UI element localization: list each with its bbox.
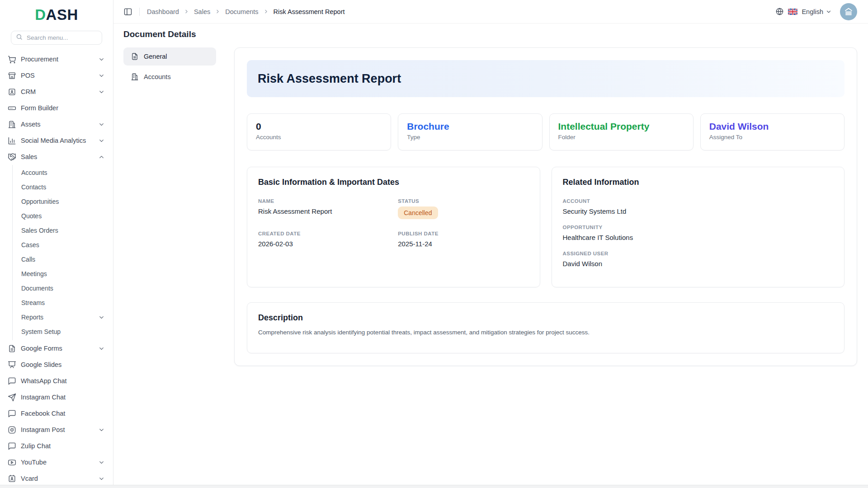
document-title: Risk Assessment Report <box>258 72 401 86</box>
field-value: 2026-02-03 <box>258 240 389 248</box>
sidebar-subitem-meetings[interactable]: Meetings <box>13 267 113 281</box>
sidebar-item-social-media-analytics[interactable]: Social Media Analytics <box>0 132 113 149</box>
avatar[interactable] <box>840 3 857 20</box>
send-icon <box>8 393 16 402</box>
document-title-banner: Risk Assessment Report <box>247 60 844 97</box>
field-value: Security Systems Ltd <box>563 207 834 215</box>
basic-info-panel: Basic Information & Important Dates NAME… <box>247 167 540 287</box>
stat-card-folder[interactable]: Intellectual PropertyFolder <box>549 113 693 150</box>
sidebar-subitem-system-setup[interactable]: System Setup <box>13 324 113 339</box>
sidebar-search <box>11 31 102 45</box>
stat-value: Intellectual Property <box>558 121 684 132</box>
description-title: Description <box>258 313 833 323</box>
sidebar-toggle-button[interactable] <box>123 7 132 16</box>
sidebar-item-pos[interactable]: POS <box>0 67 113 84</box>
field-value: Healthcare IT Solutions <box>563 234 834 241</box>
main-column: DashboardSalesDocumentsRisk Assessment R… <box>113 0 868 485</box>
bar-chart-icon <box>8 136 16 145</box>
message-square-icon <box>8 377 16 385</box>
stat-card-accounts[interactable]: 0Accounts <box>247 113 391 150</box>
breadcrumb-item-dashboard[interactable]: Dashboard <box>147 8 179 15</box>
language-selector[interactable]: English <box>802 8 832 15</box>
breadcrumb: DashboardSalesDocumentsRisk Assessment R… <box>147 8 775 15</box>
field-created-date: CREATED DATE2026-02-03 <box>258 231 389 248</box>
instagram-icon <box>8 426 16 434</box>
stat-label: Assigned To <box>709 134 835 141</box>
breadcrumb-item-risk-assessment-report: Risk Assessment Report <box>274 8 345 15</box>
sidebar-item-sales[interactable]: Sales <box>0 149 113 165</box>
topbar: DashboardSalesDocumentsRisk Assessment R… <box>113 0 868 23</box>
chevron-right-icon <box>184 9 189 14</box>
building-icon <box>131 73 139 81</box>
sidebar-subitem-quotes[interactable]: Quotes <box>13 209 113 223</box>
shopping-cart-icon <box>8 55 16 64</box>
sidebar-subitem-opportunities[interactable]: Opportunities <box>13 194 113 209</box>
file-text-icon <box>8 344 16 353</box>
message-square-icon <box>8 409 16 418</box>
chevron-down-icon <box>98 345 105 352</box>
youtube-icon <box>8 458 16 467</box>
sidebar-subitem-contacts[interactable]: Contacts <box>13 180 113 194</box>
sidebar-subitem-calls[interactable]: Calls <box>13 252 113 267</box>
field-label: STATUS <box>398 198 528 204</box>
sidebar-item-form-builder[interactable]: Form Builder <box>0 100 113 116</box>
sidebar-item-zulip-chat[interactable]: Zulip Chat <box>0 438 113 454</box>
field-value: David Wilson <box>563 260 834 267</box>
field-label: NAME <box>258 198 389 204</box>
chevron-down-icon <box>98 72 105 79</box>
field-account: ACCOUNTSecurity Systems Ltd <box>563 198 834 215</box>
field-opportunity: OPPORTUNITYHealthcare IT Solutions <box>563 225 834 241</box>
search-input[interactable] <box>26 34 97 42</box>
store-icon <box>8 71 16 80</box>
stat-label: Folder <box>558 134 684 141</box>
chevron-up-icon <box>98 154 105 160</box>
chevron-down-icon <box>826 9 832 15</box>
chevron-right-icon <box>215 9 221 14</box>
basic-info-title: Basic Information & Important Dates <box>258 178 529 187</box>
sidebar-subitem-sales-orders[interactable]: Sales Orders <box>13 223 113 238</box>
sidebar-item-youtube[interactable]: YouTube <box>0 454 113 470</box>
sidebar-subitem-accounts[interactable]: Accounts <box>13 165 113 180</box>
page-title: Document Details <box>123 29 857 39</box>
stat-card-assigned-to[interactable]: David WilsonAssigned To <box>700 113 844 150</box>
field-status: STATUSCancelled <box>398 198 528 219</box>
chevron-down-icon <box>98 121 105 128</box>
field-value: Risk Assessment Report <box>258 207 389 215</box>
stat-card-type[interactable]: BrochureType <box>398 113 542 150</box>
sidebar-item-instagram-post[interactable]: Instagram Post <box>0 422 113 438</box>
breadcrumb-item-documents[interactable]: Documents <box>225 8 258 15</box>
tab-accounts[interactable]: Accounts <box>123 68 216 86</box>
sidebar-item-crm[interactable]: CRM <box>0 84 113 100</box>
sidebar-subitem-streams[interactable]: Streams <box>13 296 113 310</box>
sidebar-item-vcard[interactable]: Vcard <box>0 470 113 485</box>
sidebar-item-whatsapp-chat[interactable]: WhatsApp Chat <box>0 373 113 389</box>
sidebar-submenu-sales: AccountsContactsOpportunitiesQuotesSales… <box>12 165 113 340</box>
sidebar-item-facebook-chat[interactable]: Facebook Chat <box>0 405 113 422</box>
field-label: ACCOUNT <box>563 198 834 204</box>
sidebar-item-instagram-chat[interactable]: Instagram Chat <box>0 389 113 405</box>
chevron-down-icon <box>98 459 105 466</box>
language-label: English <box>802 8 823 15</box>
breadcrumb-item-sales[interactable]: Sales <box>194 8 210 15</box>
presentation-icon <box>8 361 16 369</box>
stat-value: Brochure <box>407 121 533 132</box>
content-area: Document Details GeneralAccounts Risk As… <box>113 23 868 366</box>
topbar-right: English <box>775 3 857 20</box>
detail-tabs: GeneralAccounts <box>123 47 216 86</box>
file-text-icon <box>131 52 139 61</box>
tab-general[interactable]: General <box>123 47 216 66</box>
chevron-down-icon <box>98 89 105 95</box>
sidebar-item-google-slides[interactable]: Google Slides <box>0 357 113 373</box>
sidebar-item-google-forms[interactable]: Google Forms <box>0 340 113 357</box>
contact-card-icon <box>8 474 16 483</box>
sidebar-item-procurement[interactable]: Procurement <box>0 51 113 67</box>
chevron-down-icon <box>98 427 105 433</box>
chevron-down-icon <box>98 314 105 321</box>
field-publish-date: PUBLISH DATE2025-11-24 <box>398 231 528 248</box>
field-label: OPPORTUNITY <box>563 225 834 230</box>
uk-flag-icon <box>788 9 797 15</box>
sidebar-subitem-documents[interactable]: Documents <box>13 281 113 296</box>
sidebar-subitem-reports[interactable]: Reports <box>13 310 113 324</box>
sidebar-subitem-cases[interactable]: Cases <box>13 238 113 252</box>
sidebar-item-assets[interactable]: Assets <box>0 116 113 132</box>
